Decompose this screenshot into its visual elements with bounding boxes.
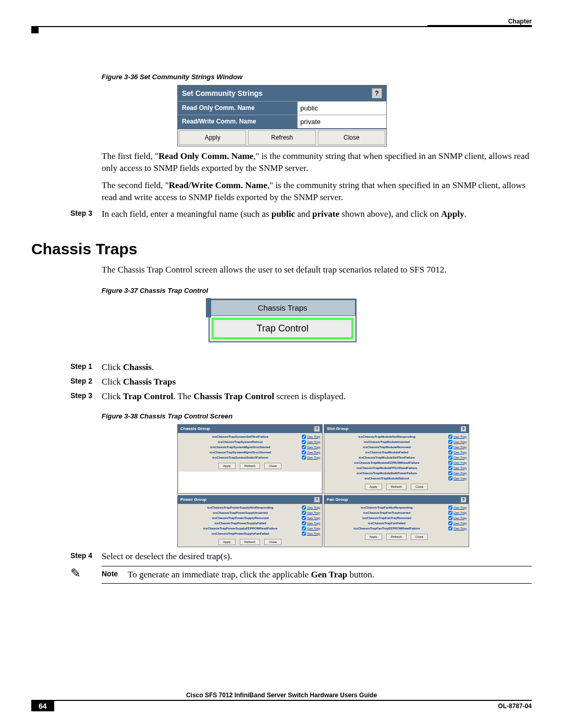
gen-trap-link[interactable]: Gen Trap [307, 451, 320, 454]
apply-button[interactable]: Apply [365, 484, 382, 490]
p2b: Read/Write Comm. Name [169, 180, 267, 190]
gen-trap-link[interactable]: Gen Trap [454, 472, 467, 475]
trap-checkbox[interactable] [448, 471, 452, 475]
trap-checkbox[interactable] [302, 455, 306, 460]
gen-trap-link[interactable]: Gen Trap [307, 527, 320, 530]
trap-name: icsChassisTrapModuleBulkPowerFailure [326, 472, 447, 475]
trap-checkbox[interactable] [448, 505, 452, 510]
cs-title-bar: Set Community Strings ? [178, 85, 386, 101]
gen-trap-link[interactable]: Gen Trap [307, 532, 320, 535]
apply-button[interactable]: Apply [218, 539, 236, 545]
trap-row: icsChassisTrapSystemSelfTestFailureGen T… [179, 434, 321, 439]
gen-trap-link[interactable]: Gen Trap [454, 522, 467, 525]
trap-checkbox[interactable] [302, 445, 306, 449]
gen-trap-link[interactable]: Gen Trap [454, 440, 467, 443]
trap-checkbox[interactable] [448, 521, 452, 525]
gen-trap-link[interactable]: Gen Trap [454, 451, 467, 454]
power-group-panel: Power Group?icsChassisTrapPowerSupplyNot… [177, 495, 323, 547]
trap-name: icsChassisTrapSystemMgmtSrvcAborted [180, 451, 301, 454]
trap-checkbox[interactable] [448, 440, 452, 444]
help-icon[interactable]: ? [314, 497, 320, 502]
trap-checkbox[interactable] [448, 445, 452, 449]
trap-checkbox[interactable] [302, 440, 306, 444]
gen-trap-link[interactable]: Gen Trap [454, 516, 467, 520]
trap-name: icsChassisTrapPowerSupplyFailed [180, 522, 301, 525]
read-write-comm-field[interactable]: private [297, 115, 386, 128]
gen-trap-link[interactable]: Gen Trap [454, 511, 467, 514]
gen-trap-link[interactable]: Gen Trap [307, 440, 320, 443]
gen-trap-link[interactable]: Gen Trap [454, 477, 467, 480]
gen-trap-link[interactable]: Gen Trap [454, 506, 467, 509]
panel-spacer [179, 472, 321, 492]
trap-control-button[interactable]: Trap Control [212, 318, 353, 339]
gen-trap-link[interactable]: Gen Trap [307, 456, 320, 459]
chassis-traps-intro: The Chassis Trap Control screen allows t… [102, 264, 532, 276]
trap-row: icsChassisTrapSystemSwitchFailoverGen Tr… [179, 455, 321, 460]
trap-checkbox[interactable] [448, 435, 452, 439]
close-button[interactable]: Close [411, 484, 428, 490]
apply-button[interactable]: Apply [179, 130, 246, 145]
heading-chassis-traps: Chassis Traps [31, 240, 532, 258]
trap-row: icsChassisTrapPowerSupplyFailedGen Trap [179, 521, 321, 526]
trap-row: icsChassisTrapSystemRebootGen Trap [179, 439, 321, 445]
gen-trap-link[interactable]: Gen Trap [454, 466, 467, 470]
gen-trap-link[interactable]: Gen Trap [307, 516, 320, 520]
help-icon[interactable]: ? [372, 88, 382, 98]
trap-checkbox[interactable] [448, 461, 452, 465]
trap-name: icsChassisTrapSystemMgmtSrvcStarted [180, 446, 301, 449]
trap-checkbox[interactable] [302, 450, 306, 454]
note-pencil-icon: ✎ [70, 566, 102, 581]
refresh-button[interactable]: Refresh [386, 484, 407, 490]
trap-name: icsChassisTrapModuleSelfTestFailure [326, 456, 447, 459]
close-button[interactable]: Close [264, 463, 282, 469]
apply-button[interactable]: Apply [218, 463, 236, 469]
trap-row: icsChassisTrapFanFailedGen Trap [325, 521, 468, 526]
gen-trap-link[interactable]: Gen Trap [454, 527, 467, 530]
gen-trap-link[interactable]: Gen Trap [307, 435, 320, 438]
trap-checkbox[interactable] [302, 532, 306, 536]
trap-name: icsChassisTrapSystemSwitchFailover [180, 456, 301, 459]
trap-checkbox[interactable] [448, 466, 452, 470]
gen-trap-link[interactable]: Gen Trap [307, 511, 320, 514]
help-icon[interactable]: ? [461, 426, 466, 431]
gen-trap-link[interactable]: Gen Trap [454, 456, 467, 459]
step-3-top-label: Step 3 [31, 209, 102, 219]
help-icon[interactable]: ? [314, 426, 320, 431]
trap-checkbox[interactable] [448, 511, 452, 515]
gen-trap-link[interactable]: Gen Trap [454, 435, 467, 438]
refresh-button[interactable]: Refresh [240, 539, 260, 545]
close-button[interactable]: Close [411, 534, 428, 540]
help-icon[interactable]: ? [461, 497, 466, 502]
gen-trap-link[interactable]: Gen Trap [307, 446, 320, 449]
trap-checkbox[interactable] [302, 521, 306, 525]
paragraph-read-write: The second field, "Read/Write Comm. Name… [102, 180, 532, 204]
trap-row: icsChassisTrapModuleNotRespondingGen Tra… [325, 434, 468, 439]
trap-checkbox[interactable] [302, 511, 306, 515]
page-number: 64 [31, 701, 54, 711]
refresh-button[interactable]: Refresh [240, 463, 260, 469]
trap-checkbox[interactable] [302, 526, 306, 530]
trap-name: icsChassisTrapModuleRemoved [326, 446, 447, 449]
step-3: Step 3 Click Trap Control. The Chassis T… [31, 391, 532, 402]
read-only-comm-field[interactable]: public [297, 102, 386, 115]
trap-checkbox[interactable] [448, 450, 452, 454]
gen-trap-link[interactable]: Gen Trap [454, 461, 467, 464]
gen-trap-link[interactable]: Gen Trap [307, 522, 320, 525]
refresh-button[interactable]: Refresh [386, 534, 407, 540]
trap-checkbox[interactable] [448, 526, 452, 530]
chassis-traps-header: Chassis Traps [210, 300, 356, 316]
trap-checkbox[interactable] [302, 505, 306, 510]
gen-trap-link[interactable]: Gen Trap [307, 506, 320, 509]
close-button[interactable]: Close [318, 130, 385, 145]
header-rule [31, 26, 532, 27]
trap-checkbox[interactable] [448, 516, 452, 520]
trap-checkbox[interactable] [302, 435, 306, 439]
trap-checkbox[interactable] [302, 516, 306, 520]
apply-button[interactable]: Apply [365, 534, 382, 540]
trap-name: icsChassisTrapPowerSupplyInserted [180, 511, 301, 514]
gen-trap-link[interactable]: Gen Trap [454, 446, 467, 449]
close-button[interactable]: Close [264, 539, 282, 545]
refresh-button[interactable]: Refresh [248, 130, 315, 145]
trap-checkbox[interactable] [448, 476, 452, 480]
trap-checkbox[interactable] [448, 455, 452, 460]
